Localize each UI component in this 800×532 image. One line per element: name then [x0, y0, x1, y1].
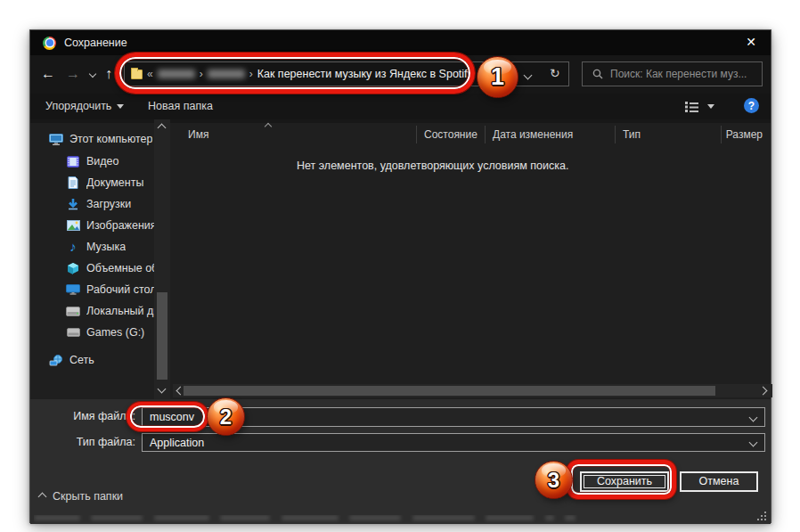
scrollbar-thumb[interactable]: [184, 386, 715, 396]
annotation-highlight-breadcrumb: [115, 53, 475, 94]
refresh-icon[interactable]: ↻: [550, 66, 560, 80]
file-list: Имя Состояние Дата изменения Тип Размер …: [173, 119, 772, 399]
column-header-name[interactable]: Имя: [173, 126, 416, 143]
sidebar-scrollbar[interactable]: [154, 119, 170, 399]
page-background: Сохранение ✕ ← → ↑ « › › Как перенести м…: [0, 0, 800, 532]
chevron-up-icon: [38, 492, 47, 501]
sidebar-item-label: Видео: [86, 155, 119, 168]
drive-icon: [65, 328, 81, 337]
scroll-right-icon[interactable]: [759, 387, 768, 396]
desktop-icon: [65, 284, 81, 295]
sidebar-item-local-disk[interactable]: Локальный дис: [30, 301, 154, 321]
censored-text: [91, 515, 143, 520]
caret-down-icon: [117, 104, 124, 109]
chrome-icon: [43, 37, 56, 50]
sidebar-item-label: Объемные объе: [86, 262, 154, 274]
column-header-size[interactable]: Размер: [721, 126, 772, 143]
search-icon: [592, 69, 603, 79]
column-header-type[interactable]: Тип: [615, 126, 721, 143]
downloads-icon: [65, 198, 81, 210]
censored-text: [220, 515, 270, 520]
annotation-step-badge: 3: [535, 461, 573, 499]
recent-locations-icon[interactable]: [89, 70, 96, 78]
hide-folders-button[interactable]: Скрыть папки: [39, 490, 123, 503]
resize-grip[interactable]: [757, 512, 767, 521]
hard-drive-icon: [65, 307, 81, 316]
sidebar-item-pictures[interactable]: Изображения: [30, 216, 154, 235]
annotation-highlight-file-name: [127, 402, 208, 431]
sidebar-item-3d-objects[interactable]: Объемные объе: [30, 258, 154, 278]
censored-text: [282, 515, 339, 520]
file-type-value: Application: [143, 437, 750, 449]
sidebar-item-label: Документы: [86, 176, 143, 189]
file-type-select[interactable]: Application: [142, 433, 765, 452]
censored-text: [34, 515, 80, 520]
column-header-date-modified[interactable]: Дата изменения: [485, 126, 615, 143]
annotation-step-badge: 2: [207, 397, 245, 436]
organize-button[interactable]: Упорядочить: [45, 100, 124, 112]
sidebar-item-label: Локальный дис: [86, 305, 154, 317]
sidebar-item-label: Сеть: [69, 354, 94, 366]
new-folder-label: Новая папка: [148, 100, 213, 112]
sidebar-item-label: Музыка: [86, 241, 126, 253]
combobox-dropdown-icon: [749, 438, 758, 447]
help-icon[interactable]: ?: [744, 98, 759, 113]
sidebar-item-downloads[interactable]: Загрузки: [30, 194, 154, 214]
network-icon: [48, 355, 64, 366]
search-input[interactable]: [610, 68, 762, 80]
annotation-step-badge: 1: [477, 56, 518, 98]
sidebar-item-network[interactable]: Сеть: [30, 350, 154, 370]
empty-results-message: Нет элементов, удовлетворяющих условиям …: [297, 160, 568, 172]
censored-text-row: [34, 515, 613, 523]
censored-text: [486, 515, 534, 520]
hide-folders-label: Скрыть папки: [53, 490, 123, 503]
up-icon[interactable]: ↑: [105, 65, 112, 83]
censored-text: [412, 515, 475, 520]
sidebar-item-this-pc[interactable]: Этот компьютер: [30, 129, 154, 149]
computer-icon: [48, 134, 64, 145]
music-icon: ♪: [65, 241, 81, 253]
command-toolbar: Упорядочить Новая папка ?: [30, 94, 771, 119]
sidebar-item-label: Games (G:): [86, 326, 144, 339]
pictures-icon: [65, 220, 81, 231]
censored-text: [154, 515, 209, 520]
navigation-pane: Этот компьютер Видео Документы: [30, 119, 154, 399]
browse-region: Этот компьютер Видео Документы: [30, 119, 771, 399]
organize-label: Упорядочить: [45, 100, 111, 112]
documents-icon: [65, 176, 81, 189]
scroll-down-icon[interactable]: [158, 385, 167, 394]
scroll-up-icon[interactable]: [158, 124, 167, 133]
cancel-button[interactable]: Отмена: [680, 471, 758, 492]
sidebar-item-label: Рабочий стол: [86, 283, 154, 296]
back-icon[interactable]: ←: [41, 65, 55, 83]
address-dropdown-icon[interactable]: [524, 71, 533, 80]
cube-icon: [65, 262, 81, 274]
save-dialog: Сохранение ✕ ← → ↑ « › › Как перенести м…: [29, 29, 771, 523]
file-name-label: Имя файла:: [30, 410, 135, 422]
horizontal-scrollbar[interactable]: [173, 384, 772, 397]
forward-icon[interactable]: →: [66, 65, 80, 83]
sidebar-item-documents[interactable]: Документы: [30, 173, 154, 192]
sidebar-item-games-drive[interactable]: Games (G:): [30, 323, 154, 342]
videos-icon: [65, 156, 81, 168]
censored-text: [349, 515, 401, 520]
sidebar-item-label: Загрузки: [86, 198, 131, 210]
search-box: [582, 61, 763, 86]
sidebar-item-videos[interactable]: Видео: [30, 151, 154, 171]
scrollbar-thumb[interactable]: [157, 292, 167, 380]
column-header-row: Имя Состояние Дата изменения Тип Размер: [173, 123, 772, 146]
view-options-icon[interactable]: [685, 102, 698, 112]
new-folder-button[interactable]: Новая папка: [148, 100, 213, 112]
column-header-status[interactable]: Состояние: [416, 126, 485, 143]
close-icon[interactable]: ✕: [746, 35, 756, 49]
sort-ascending-icon: [265, 123, 272, 130]
title-bar: Сохранение ✕: [30, 30, 771, 55]
annotation-highlight-save-button: [567, 460, 676, 499]
combobox-dropdown-icon[interactable]: [749, 413, 758, 422]
file-type-label: Тип файла:: [30, 436, 135, 448]
sidebar-item-desktop[interactable]: Рабочий стол: [30, 280, 154, 299]
sidebar-item-label: Этот компьютер: [69, 133, 152, 145]
view-caret-icon[interactable]: [707, 104, 714, 109]
sidebar-item-label: Изображения: [86, 219, 154, 232]
sidebar-item-music[interactable]: ♪ Музыка: [30, 237, 154, 257]
